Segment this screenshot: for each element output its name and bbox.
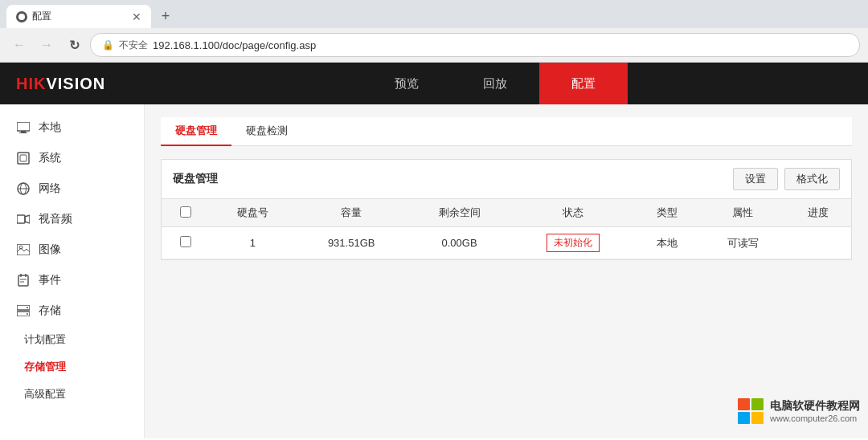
row-remaining: 0.00GB xyxy=(407,227,511,259)
address-bar-row: ← → ↻ 🔒 不安全 192.168.1.100/doc/page/confi… xyxy=(0,28,868,62)
win-tr xyxy=(751,398,764,410)
forward-button[interactable]: → xyxy=(35,34,58,56)
browser-chrome: 配置 ✕ + ← → ↻ 🔒 不安全 192.168.1.100/doc/pag… xyxy=(0,0,868,63)
sidebar-item-system[interactable]: 系统 xyxy=(0,143,144,173)
storage-icon xyxy=(16,304,31,318)
network-icon xyxy=(16,181,31,196)
windows-logo-icon xyxy=(738,398,764,424)
row-status: 未初始化 xyxy=(511,227,635,259)
content-area: 硬盘管理 硬盘检测 硬盘管理 设置 格式化 xyxy=(145,104,868,438)
watermark-site-name: 电脑软硬件教程网 xyxy=(770,399,860,414)
col-checkbox xyxy=(162,199,211,227)
sidebar-item-local[interactable]: 本地 xyxy=(0,112,144,143)
svg-rect-12 xyxy=(18,275,28,286)
app-container: HIKVISION 预览 回放 配置 本地 xyxy=(0,63,868,438)
sidebar-subitem-advanced[interactable]: 高级配置 xyxy=(0,381,144,408)
sidebar-subitem-storage-mgmt[interactable]: 存储管理 xyxy=(0,353,144,381)
nav-item-preview[interactable]: 预览 xyxy=(362,63,451,104)
status-badge: 未初始化 xyxy=(547,234,600,252)
tab-disk-detection[interactable]: 硬盘检测 xyxy=(231,117,302,146)
col-disk-id: 硬盘号 xyxy=(211,199,295,227)
table-section: 硬盘管理 设置 格式化 硬盘号 容量 剩余空间 状态 xyxy=(161,159,852,260)
sub-tabs: 硬盘管理 硬盘检测 xyxy=(161,117,852,146)
tab-bar: 配置 ✕ + xyxy=(0,0,868,28)
col-remaining: 剩余空间 xyxy=(407,199,511,227)
back-button[interactable]: ← xyxy=(8,34,31,56)
tab-disk-management[interactable]: 硬盘管理 xyxy=(161,117,231,146)
nav-item-config[interactable]: 配置 xyxy=(539,63,628,104)
address-input[interactable]: 🔒 不安全 192.168.1.100/doc/page/config.asp xyxy=(90,33,860,57)
table-header: 硬盘管理 设置 格式化 xyxy=(162,160,851,199)
monitor-icon xyxy=(16,120,31,135)
svg-point-20 xyxy=(27,313,28,315)
event-icon xyxy=(16,273,31,287)
logo-text: HIKVISION xyxy=(16,75,105,93)
sidebar-item-network[interactable]: 网络 xyxy=(0,173,144,204)
unsafe-label: 不安全 xyxy=(119,39,148,52)
format-button[interactable]: 格式化 xyxy=(784,168,840,190)
new-tab-button[interactable]: + xyxy=(154,6,177,28)
row-checkbox[interactable] xyxy=(180,236,191,247)
sidebar-item-event[interactable]: 事件 xyxy=(0,265,144,295)
svg-rect-2 xyxy=(19,132,27,133)
win-br xyxy=(751,412,764,424)
row-disk-id: 1 xyxy=(211,227,295,259)
nav-items: 预览 回放 配置 xyxy=(121,63,868,104)
row-type: 本地 xyxy=(634,227,700,259)
select-all-checkbox[interactable] xyxy=(180,206,191,218)
watermark-site-url: www.computer26.com xyxy=(770,414,860,423)
sidebar-item-image[interactable]: 图像 xyxy=(0,234,144,265)
row-capacity: 931.51GB xyxy=(295,227,407,259)
nav-item-playback[interactable]: 回放 xyxy=(451,63,539,104)
tab-title: 配置 xyxy=(32,10,127,23)
lock-icon: 🔒 xyxy=(102,39,114,51)
svg-rect-0 xyxy=(17,122,30,131)
disk-table: 硬盘号 容量 剩余空间 状态 类型 属性 进度 1 xyxy=(162,199,851,259)
settings-button[interactable]: 设置 xyxy=(733,168,778,190)
main-layout: 本地 系统 网络 视音频 xyxy=(0,104,868,438)
row-progress xyxy=(785,227,851,259)
active-tab[interactable]: 配置 ✕ xyxy=(6,5,151,28)
watermark: 电脑软硬件教程网 www.computer26.com xyxy=(738,398,860,424)
tab-close-button[interactable]: ✕ xyxy=(132,11,141,22)
top-nav: HIKVISION 预览 回放 配置 xyxy=(0,63,868,104)
system-icon xyxy=(16,151,31,165)
refresh-button[interactable]: ↻ xyxy=(63,34,85,56)
svg-marker-9 xyxy=(25,215,30,223)
tab-favicon xyxy=(16,11,27,22)
win-tl xyxy=(738,398,750,410)
logo: HIKVISION xyxy=(0,75,121,93)
button-group: 设置 格式化 xyxy=(733,168,840,190)
col-property: 属性 xyxy=(700,199,784,227)
row-property: 可读写 xyxy=(700,227,784,259)
sidebar-item-storage[interactable]: 存储 xyxy=(0,295,144,326)
sidebar-subitem-schedule[interactable]: 计划配置 xyxy=(0,326,144,353)
win-bl xyxy=(738,412,750,424)
sidebar: 本地 系统 网络 视音频 xyxy=(0,104,145,438)
col-status: 状态 xyxy=(511,199,635,227)
logo-hik: HIK xyxy=(16,75,46,92)
col-type: 类型 xyxy=(634,199,700,227)
table-row: 1 931.51GB 0.00GB 未初始化 本地 可读写 xyxy=(162,227,851,259)
image-icon xyxy=(16,242,31,257)
row-checkbox-cell xyxy=(162,227,211,259)
svg-rect-1 xyxy=(21,131,26,132)
sidebar-item-video[interactable]: 视音频 xyxy=(0,204,144,234)
table-title: 硬盘管理 xyxy=(173,172,218,186)
video-icon xyxy=(16,212,31,226)
svg-rect-3 xyxy=(18,153,29,164)
svg-rect-8 xyxy=(17,215,25,223)
svg-point-19 xyxy=(27,307,28,308)
address-text: 192.168.1.100/doc/page/config.asp xyxy=(153,39,316,51)
watermark-text: 电脑软硬件教程网 www.computer26.com xyxy=(770,399,860,423)
col-capacity: 容量 xyxy=(295,199,407,227)
svg-rect-4 xyxy=(20,155,27,161)
col-progress: 进度 xyxy=(785,199,851,227)
